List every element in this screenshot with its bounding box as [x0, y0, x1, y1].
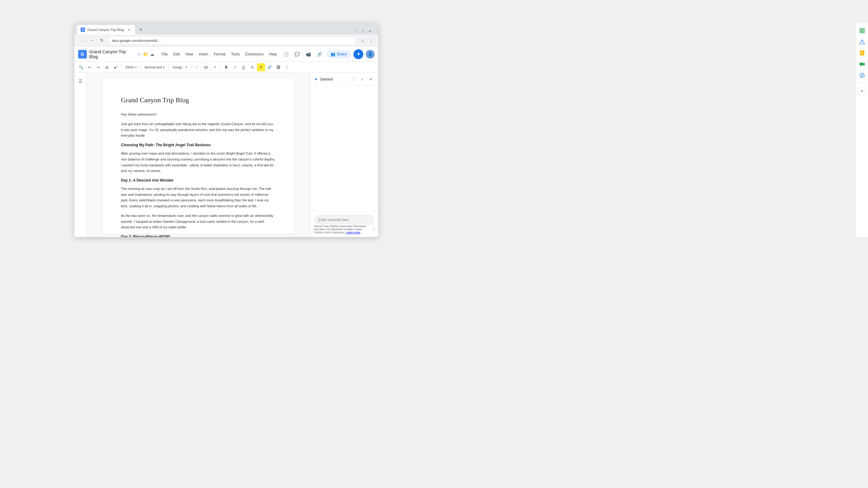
tasks-icon [859, 72, 865, 78]
tasks-panel-icon[interactable] [857, 70, 867, 80]
gemini-button[interactable]: ✦ [353, 49, 363, 59]
toolbar-divider-1 [121, 64, 122, 70]
font-select[interactable]: Googl... ▾ [170, 63, 189, 71]
italic-button[interactable]: I [231, 63, 239, 71]
share-screen-button[interactable]: 🔗 [315, 50, 324, 59]
highlight-button[interactable]: A [257, 63, 265, 71]
user-avatar[interactable]: 👤 [366, 50, 374, 59]
gemini-panel: ✦ Gemini ⋮ ⤢ ✕ Gemini may display inaccu… [310, 73, 378, 237]
drive-panel-icon[interactable] [857, 37, 867, 47]
menu-tools[interactable]: Tools [229, 51, 242, 58]
gemini-disclaimer-arrow[interactable]: › [373, 227, 374, 231]
meet-panel-icon[interactable] [857, 59, 867, 69]
gemini-close-button[interactable]: ✕ [367, 75, 374, 83]
document-title: Grand Canyon Trip Blog [89, 49, 135, 59]
share-label: Share [337, 52, 347, 56]
underline-button[interactable]: U [240, 63, 248, 71]
new-tab-button[interactable]: + [136, 25, 145, 34]
font-size-decrease-button[interactable]: − [193, 63, 201, 71]
gemini-panel-footer: Gemini may display inaccurate informatio… [310, 211, 378, 237]
doc-name-area: Grand Canyon Trip Blog ☆ 📁 ☁ [89, 49, 154, 59]
keep-panel-icon[interactable] [857, 48, 867, 58]
menu-view[interactable]: View [183, 51, 196, 58]
section-heading-2: Day 1: A Descent into Wonder [121, 177, 276, 184]
active-tab[interactable]: D Grand Canyon Trip Blog ✕ [77, 25, 135, 34]
svg-rect-3 [860, 30, 862, 31]
menu-extensions[interactable]: Extensions [243, 51, 266, 58]
refresh-button[interactable]: ↻ [98, 37, 105, 44]
learn-more-link[interactable]: Learn more [346, 231, 361, 234]
svg-rect-6 [862, 32, 864, 33]
close-window-button[interactable]: ✕ [368, 29, 372, 33]
more-options-button[interactable]: ⋮ [368, 37, 374, 44]
svg-rect-4 [862, 30, 864, 31]
gemini-disclaimer-text: Gemini may display inaccurate informatio… [314, 225, 372, 234]
add-panel-button[interactable]: + [858, 87, 866, 95]
main-area: ☰ Grand Canyon Trip Blog Hey fellow adve… [74, 73, 378, 237]
paragraph-5: As the day wore on, the temperature rose… [121, 213, 276, 230]
folder-icon[interactable]: 📁 [143, 52, 148, 57]
gemini-prompt-input[interactable] [314, 215, 374, 225]
paint-format-button[interactable]: 🖌 [112, 63, 120, 71]
tab-bar: D Grand Canyon Trip Blog ✕ + − □ ✕ [74, 23, 378, 34]
document-area: Grand Canyon Trip Blog Hey fellow advent… [87, 73, 310, 237]
nav-right-actions: ☆ ⋮ [359, 37, 374, 44]
search-button[interactable]: 🔍 [77, 63, 85, 71]
font-color-button[interactable]: A [248, 63, 256, 71]
undo-button[interactable]: ↩ [86, 63, 94, 71]
bookmark-button[interactable]: ☆ [359, 37, 366, 44]
navigation-bar: ← → ↻ docs.google.com/document/d/... ☆ ⋮ [74, 34, 378, 47]
redo-button[interactable]: ↪ [94, 63, 102, 71]
section-heading-3: Day 2: Rim-to-Rim-to-WOW! [121, 234, 276, 237]
paragraph-2: Just got back from an unforgettable solo… [121, 121, 276, 138]
tab-title: Grand Canyon Trip Blog [87, 28, 124, 32]
section-heading-1: Choosing My Path: The Bright Angel Trail… [121, 142, 276, 148]
font-size-increase-button[interactable]: + [211, 63, 219, 71]
menu-edit[interactable]: Edit [171, 51, 182, 58]
star-icon[interactable]: ☆ [137, 52, 141, 57]
style-chevron-icon: ▾ [163, 66, 165, 69]
gemini-star-icon: ✦ [356, 51, 361, 57]
menu-file[interactable]: File [159, 51, 170, 58]
font-size-input[interactable] [202, 64, 210, 71]
meet-button[interactable]: 📹 [304, 50, 313, 59]
gemini-panel-body [310, 86, 378, 211]
gemini-header-actions: ⋮ ⤢ ✕ [350, 75, 374, 83]
text-style-select[interactable]: Normal text ▾ [142, 63, 167, 71]
maximize-button[interactable]: □ [361, 29, 365, 33]
tab-close-button[interactable]: ✕ [126, 27, 131, 32]
image-button[interactable]: 🖼 [274, 63, 282, 71]
share-button[interactable]: 👥 Share [327, 50, 351, 58]
zoom-chevron-icon: ▾ [135, 66, 137, 69]
link-button[interactable]: 🔗 [266, 63, 274, 71]
svg-rect-5 [860, 32, 862, 33]
menu-insert[interactable]: Insert [196, 51, 211, 58]
zoom-select[interactable]: 100% ▾ [123, 63, 139, 71]
forward-button[interactable]: → [88, 37, 95, 44]
back-button[interactable]: ← [78, 37, 86, 44]
address-bar[interactable]: docs.google.com/document/d/... [108, 36, 356, 45]
sheets-panel-icon[interactable] [857, 26, 867, 36]
meet-icon-svg [859, 61, 865, 67]
drive-icon [859, 39, 865, 44]
comments-button[interactable]: 💬 [293, 50, 302, 59]
document-heading: Grand Canyon Trip Blog [121, 95, 276, 105]
bold-button[interactable]: B [222, 63, 230, 71]
gemini-menu-button[interactable]: ⋮ [350, 75, 357, 83]
svg-point-16 [860, 73, 864, 77]
share-icon: 👥 [331, 52, 335, 56]
gemini-panel-title: Gemini [320, 77, 333, 82]
paragraph-1: Hey fellow adventurers! [121, 111, 276, 118]
more-toolbar-button[interactable]: ⋮ [283, 63, 291, 71]
print-button[interactable]: 🖨 [103, 63, 111, 71]
gemini-expand-button[interactable]: ⤢ [359, 75, 366, 83]
docs-header: D Grand Canyon Trip Blog ☆ 📁 ☁ File Edit… [74, 47, 378, 62]
menu-help[interactable]: Help [267, 51, 279, 58]
history-button[interactable]: 🕐 [282, 50, 290, 59]
menu-format[interactable]: Format [211, 51, 228, 58]
outline-toggle-button[interactable]: ☰ [76, 76, 85, 86]
keep-icon [859, 50, 865, 56]
minimize-button[interactable]: − [354, 29, 359, 33]
gemini-panel-header: ✦ Gemini ⋮ ⤢ ✕ [310, 73, 378, 86]
font-size-control: − + [193, 63, 219, 71]
